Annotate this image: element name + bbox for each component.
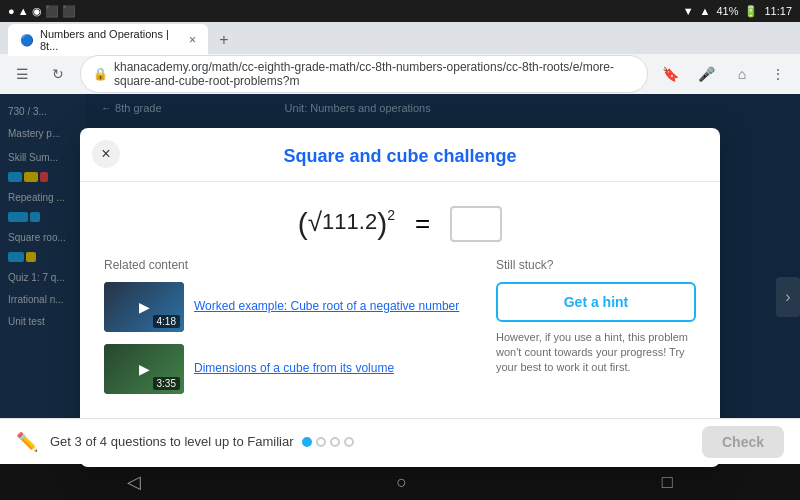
math-area: ( √ 111.2 ) 2 = (80, 182, 720, 258)
check-button[interactable]: Check (702, 426, 784, 458)
video-info-1: Worked example: Cube root of a negative … (194, 299, 472, 315)
still-stuck-section: Still stuck? Get a hint However, if you … (496, 258, 696, 406)
menu-button[interactable]: ⋮ (764, 60, 792, 88)
dot-4 (344, 437, 354, 447)
modal-header: × Square and cube challenge (80, 128, 720, 182)
refresh-button[interactable]: ↻ (44, 60, 72, 88)
wifi-icon: ▼ (683, 5, 694, 17)
video-duration-2: 3:35 (153, 377, 180, 390)
battery-icon: 🔋 (744, 5, 758, 18)
url-text: khanacademy.org/math/cc-eighth-grade-mat… (114, 60, 635, 88)
sqrt-symbol: √ (308, 207, 322, 238)
status-icons: ● ▲ ◉ ⬛ ⬛ (8, 5, 76, 18)
video-title-1[interactable]: Worked example: Cube root of a negative … (194, 299, 472, 315)
tab-favicon: 🔵 (20, 34, 34, 47)
url-bar[interactable]: 🔒 khanacademy.org/math/cc-eighth-grade-m… (80, 55, 648, 93)
lock-icon: 🔒 (93, 67, 108, 81)
new-tab-button[interactable]: + (212, 28, 236, 52)
still-stuck-label: Still stuck? (496, 258, 696, 272)
signal-icon: ▲ (700, 5, 711, 17)
back-button[interactable]: ☰ (8, 60, 36, 88)
equals-sign: = (415, 208, 430, 239)
modal-body: Related content ▶ 4:18 Worked example: C… (80, 258, 720, 422)
browser-chrome: 🔵 Numbers and Operations | 8t... × + ☰ ↻… (0, 22, 800, 95)
modal-close-button[interactable]: × (92, 140, 120, 168)
math-expression: ( √ 111.2 ) 2 (298, 207, 395, 241)
modal-title: Square and cube challenge (120, 146, 680, 167)
exponent: 2 (387, 207, 395, 223)
status-right: ▼ ▲ 41% 🔋 11:17 (683, 5, 792, 18)
close-paren: ) (377, 207, 387, 241)
video-title-2[interactable]: Dimensions of a cube from its volume (194, 361, 472, 377)
video-thumb-1: ▶ 4:18 (104, 282, 184, 332)
modal: × Square and cube challenge ( √ 111.2 ) … (80, 128, 720, 467)
related-content-label: Related content (104, 258, 472, 272)
video-duration-1: 4:18 (153, 315, 180, 328)
video-item-1[interactable]: ▶ 4:18 Worked example: Cube root of a ne… (104, 282, 472, 332)
progress-dots (302, 437, 354, 447)
open-paren: ( (298, 207, 308, 241)
battery-percent: 41% (716, 5, 738, 17)
status-left: ● ▲ ◉ ⬛ ⬛ (8, 5, 76, 18)
tab-close-button[interactable]: × (189, 33, 196, 47)
hint-note: However, if you use a hint, this problem… (496, 330, 696, 376)
tab-title: Numbers and Operations | 8t... (40, 28, 183, 52)
play-icon-1: ▶ (139, 299, 150, 315)
home-button[interactable]: ⌂ (728, 60, 756, 88)
pencil-icon: ✏️ (16, 431, 38, 453)
dot-3 (330, 437, 340, 447)
video-item-2[interactable]: ▶ 3:35 Dimensions of a cube from its vol… (104, 344, 472, 394)
sqrt-number: 111.2 (322, 209, 377, 235)
video-info-2: Dimensions of a cube from its volume (194, 361, 472, 377)
bookmark-button[interactable]: 🔖 (656, 60, 684, 88)
get-hint-button[interactable]: Get a hint (496, 282, 696, 322)
dot-1 (302, 437, 312, 447)
address-bar: ☰ ↻ 🔒 khanacademy.org/math/cc-eighth-gra… (0, 54, 800, 94)
sqrt-expr: √ 111.2 (308, 207, 377, 238)
progress-text: Get 3 of 4 questions to level up to Fami… (50, 434, 690, 449)
answer-input[interactable] (450, 206, 502, 242)
progress-label: Get 3 of 4 questions to level up to Fami… (50, 434, 294, 449)
bottom-bar: ✏️ Get 3 of 4 questions to level up to F… (0, 418, 800, 464)
active-tab[interactable]: 🔵 Numbers and Operations | 8t... × (8, 24, 208, 56)
dot-2 (316, 437, 326, 447)
status-bar: ● ▲ ◉ ⬛ ⬛ ▼ ▲ 41% 🔋 11:17 (0, 0, 800, 22)
video-thumb-2: ▶ 3:35 (104, 344, 184, 394)
related-content: Related content ▶ 4:18 Worked example: C… (104, 258, 472, 406)
microphone-button[interactable]: 🎤 (692, 60, 720, 88)
play-icon-2: ▶ (139, 361, 150, 377)
clock: 11:17 (764, 5, 792, 17)
tab-bar: 🔵 Numbers and Operations | 8t... × + (0, 22, 800, 54)
